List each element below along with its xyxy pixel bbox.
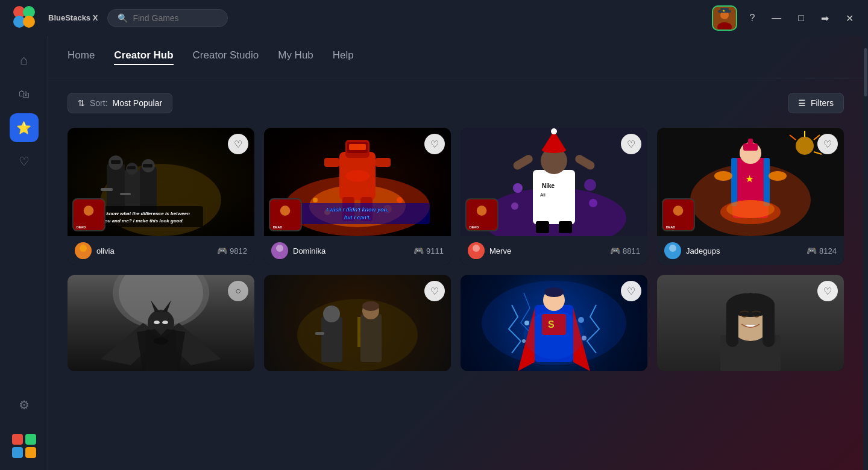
svg-point-57	[276, 245, 283, 252]
card-4-thumb-art: DEAD	[663, 198, 694, 231]
card-3[interactable]: Nike All	[461, 128, 647, 265]
card-2-user-avatar	[271, 242, 288, 259]
svg-rect-11	[25, 434, 36, 445]
tab-creator-studio[interactable]: Creator Studio	[193, 49, 259, 65]
card-6[interactable]: ♡	[264, 275, 451, 371]
svg-text:★: ★	[722, 9, 725, 13]
search-input[interactable]	[133, 13, 217, 23]
tab-home[interactable]: Home	[68, 49, 95, 65]
svg-rect-12	[12, 447, 23, 458]
svg-rect-24	[101, 188, 113, 191]
card-3-image: Nike All	[461, 128, 647, 236]
card-2-heart-button[interactable]: ♡	[424, 134, 445, 154]
svg-rect-123	[357, 317, 360, 347]
card-1-image: You know what the difference is between …	[68, 128, 254, 236]
help-button[interactable]: ?	[744, 10, 760, 26]
close-button[interactable]: ✕	[841, 10, 858, 27]
svg-point-134	[578, 317, 584, 323]
search-bar[interactable]: 🔍	[107, 9, 228, 27]
card-1-user-avatar	[75, 242, 92, 259]
svg-rect-10	[12, 434, 23, 445]
sidebar-item-favorites[interactable]: ♡	[10, 147, 39, 176]
card-1-thumbnail: DEAD	[72, 198, 105, 231]
gamepad-icon-3: 🎮	[610, 246, 620, 255]
svg-point-3	[23, 16, 35, 28]
svg-point-118	[323, 306, 340, 322]
svg-point-34	[77, 254, 89, 259]
gamepad-icon-2: 🎮	[414, 246, 424, 255]
card-5-artwork	[68, 275, 254, 371]
sort-label: Sort:	[90, 98, 108, 108]
card-6-heart-button[interactable]: ♡	[424, 281, 445, 301]
svg-point-33	[80, 245, 87, 252]
avatar[interactable]: ★	[712, 5, 737, 31]
svg-point-95	[769, 171, 787, 181]
shop-icon: 🛍	[19, 88, 30, 101]
card-8-heart-button[interactable]: ♡	[817, 281, 838, 301]
card-5[interactable]: ○	[68, 275, 254, 371]
svg-marker-115	[137, 329, 185, 371]
maximize-button[interactable]: □	[793, 10, 809, 26]
filters-button[interactable]: ☰ Filters	[788, 93, 844, 113]
creator-icon: ⭐	[16, 121, 31, 135]
sidebar-item-creator[interactable]: ⭐	[10, 113, 39, 142]
card-5-heart-button[interactable]: ○	[228, 281, 248, 301]
svg-text:but I can't.: but I can't.	[344, 215, 371, 221]
svg-rect-119	[360, 314, 382, 362]
svg-text:You know what the difference i: You know what the difference is between	[96, 211, 190, 216]
filter-icon: ☰	[798, 98, 806, 108]
minimize-button[interactable]: —	[767, 10, 786, 26]
sidebar-item-shop[interactable]: 🛍	[10, 80, 39, 108]
svg-text:DEAD: DEAD	[470, 225, 479, 229]
svg-rect-117	[321, 317, 342, 362]
nav-tabs: Home Creator Hub Creator Studio My Hub H…	[48, 36, 863, 78]
svg-point-103	[667, 254, 679, 259]
card-1[interactable]: You know what the difference is between …	[68, 128, 254, 265]
card-1-username: olivia	[96, 246, 115, 255]
tab-help[interactable]: Help	[333, 49, 354, 65]
card-4-heart-button[interactable]: ♡	[817, 134, 838, 154]
home-icon: ⌂	[20, 52, 28, 68]
scrollbar-thumb[interactable]	[864, 48, 867, 96]
svg-point-121	[362, 301, 379, 311]
svg-point-82	[796, 137, 814, 155]
svg-point-97	[726, 200, 775, 218]
card-5-image: ○	[68, 275, 254, 371]
card-1-heart-button[interactable]: ♡	[228, 134, 248, 154]
titlebar-left: BlueStacks X 🔍	[10, 2, 228, 34]
svg-point-79	[473, 245, 480, 252]
sidebar-item-settings[interactable]: ⚙	[10, 390, 39, 419]
scrollbar[interactable]	[863, 36, 868, 470]
sort-button[interactable]: ⇅ Sort: Most Popular	[68, 93, 172, 113]
svg-point-73	[511, 202, 518, 210]
svg-point-94	[714, 171, 732, 181]
card-4[interactable]: ★	[657, 128, 844, 265]
card-3-heart-button[interactable]: ♡	[621, 134, 641, 154]
card-7-heart-button[interactable]: ♡	[621, 281, 641, 301]
svg-rect-141	[726, 299, 738, 347]
card-3-user-avatar	[468, 242, 485, 259]
sidebar-item-home[interactable]: ⌂	[10, 46, 39, 75]
svg-point-99	[673, 205, 684, 216]
card-6-artwork	[264, 275, 451, 371]
forward-icon: ➡	[821, 13, 829, 24]
forward-button[interactable]: ➡	[816, 10, 834, 27]
svg-rect-25	[120, 193, 131, 195]
svg-point-72	[584, 179, 596, 191]
titlebar: BlueStacks X 🔍 ★ ? —	[0, 0, 868, 36]
tab-my-hub[interactable]: My Hub	[278, 49, 313, 65]
tab-creator-hub[interactable]: Creator Hub	[114, 49, 173, 65]
card-8[interactable]: ♡	[657, 275, 844, 371]
svg-point-131	[544, 287, 564, 297]
svg-text:DEAD: DEAD	[666, 225, 676, 229]
svg-point-71	[513, 183, 523, 193]
card-8-artwork	[657, 275, 844, 371]
toolbar: ⇅ Sort: Most Popular ☰ Filters	[68, 93, 844, 113]
card-2[interactable]: I wish I didn't know you, but I can't. ♡…	[264, 128, 451, 265]
svg-point-132	[524, 311, 584, 359]
svg-rect-41	[324, 158, 339, 167]
svg-point-136	[582, 336, 587, 340]
card-4-user: Jadegups	[664, 242, 720, 259]
card-7[interactable]: S ♡	[461, 275, 647, 371]
sidebar: ⌂ 🛍 ⭐ ♡ ⚙	[0, 36, 48, 470]
